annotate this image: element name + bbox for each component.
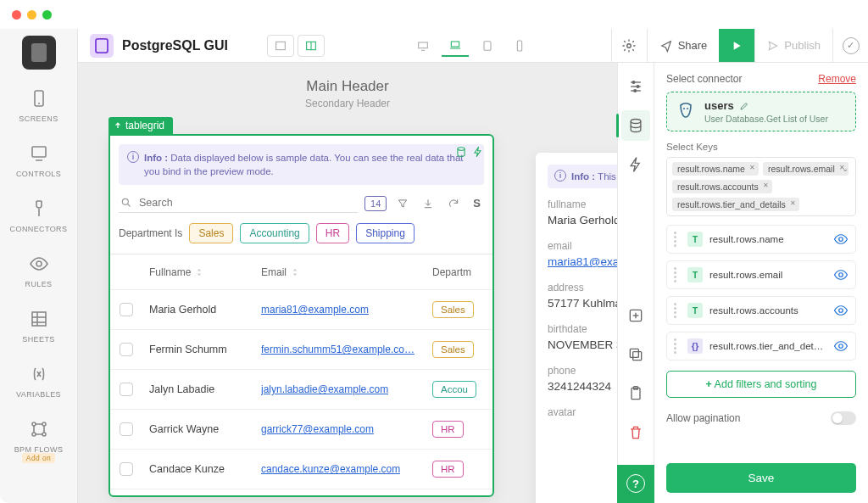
visibility-icon[interactable] [833, 303, 849, 318]
info-banner: i Info : This i [548, 165, 617, 188]
key-item[interactable]: Tresult.rows.email [666, 260, 856, 289]
close-dot[interactable] [12, 10, 21, 20]
nav-variables[interactable]: VARIABLES [0, 355, 77, 409]
svg-point-23 [458, 148, 465, 151]
tablegrid-component[interactable]: tablegrid i Info : Data displayed below … [108, 134, 494, 497]
rail-help-button[interactable]: ? [617, 465, 654, 503]
key-item[interactable]: {}result.rows.tier_and_detai… [666, 332, 856, 360]
component-tag-label: tablegrid [125, 120, 164, 131]
layout-split-icon[interactable] [298, 35, 325, 57]
device-phone-icon[interactable] [506, 35, 533, 57]
field-value[interactable]: maria81@exam [548, 255, 617, 268]
add-filters-button[interactable]: + Add filters and sorting [666, 371, 856, 398]
device-desktop-icon[interactable] [409, 35, 437, 57]
key-item[interactable]: Tresult.rows.accounts [666, 296, 856, 325]
topbar-actions: Share Publish ✓ [611, 29, 868, 62]
layout-single-icon[interactable] [267, 35, 294, 57]
cell-email[interactable]: garrick77@example.com [261, 423, 374, 435]
preview-play-button[interactable] [719, 29, 754, 62]
status-check-icon[interactable]: ✓ [832, 29, 868, 62]
drag-handle-icon[interactable] [674, 338, 681, 354]
drag-handle-icon[interactable] [674, 232, 681, 247]
nav-sheets[interactable]: SHEETS [0, 300, 77, 354]
visibility-icon[interactable] [833, 267, 849, 282]
nav-connectors[interactable]: CONNECTORS [0, 190, 77, 243]
chip-accounting[interactable]: Accounting [240, 223, 309, 243]
rail-add-icon[interactable] [621, 300, 650, 331]
rail-delete-icon[interactable] [621, 417, 650, 448]
svg-point-41 [687, 108, 688, 109]
drag-handle-icon[interactable] [674, 267, 681, 282]
bolt-icon[interactable] [472, 146, 484, 158]
rail-actions-icon[interactable] [621, 149, 650, 180]
row-checkbox[interactable] [120, 303, 133, 316]
download-icon[interactable] [419, 198, 437, 210]
drag-handle-icon[interactable] [674, 303, 681, 318]
settings-icon[interactable] [611, 29, 647, 62]
svg-rect-8 [517, 41, 521, 51]
table-row[interactable]: Fermin Schummfermin.schumm51@example.co…… [110, 330, 492, 370]
filter-icon[interactable] [393, 198, 412, 210]
search-input[interactable] [139, 197, 356, 209]
chip-sales[interactable]: Sales [189, 223, 233, 243]
row-checkbox[interactable] [120, 383, 133, 396]
brand-icon[interactable] [22, 36, 56, 70]
component-tag[interactable]: tablegrid [108, 117, 173, 134]
connector-card[interactable]: users User Database.Get List of User [666, 92, 856, 131]
chip-shipping[interactable]: Shipping [356, 223, 415, 243]
key-tag[interactable]: result.rows.name [672, 162, 759, 176]
key-tag[interactable]: result.rows.tier_and_details [672, 198, 799, 211]
data-table: Fullname Email Departm Maria Gerholdmari… [110, 254, 492, 489]
remove-connector-link[interactable]: Remove [818, 73, 856, 85]
app-logo-icon [90, 34, 114, 58]
table-row[interactable]: Candace Kunzecandace.kunze@example.comHR [110, 450, 492, 489]
nav-label: SCREENS [19, 115, 58, 123]
rail-database-icon[interactable] [621, 110, 650, 141]
database-icon[interactable] [455, 146, 467, 158]
cell-email[interactable]: jalyn.labadie@example.com [261, 383, 388, 395]
svg-rect-0 [96, 38, 108, 52]
layout-view-switch [267, 35, 325, 57]
visibility-icon[interactable] [833, 338, 849, 354]
table-row[interactable]: Maria Gerholdmaria81@example.comSales [110, 290, 492, 330]
refresh-icon[interactable] [444, 198, 463, 210]
save-button[interactable]: Save [666, 463, 856, 493]
row-checkbox[interactable] [120, 462, 133, 476]
nav-bpm-flows[interactable]: BPM FLOWS Add on [0, 411, 77, 464]
search-box[interactable] [119, 193, 358, 213]
info-icon: i [554, 170, 566, 182]
keys-multiselect[interactable]: result.rows.nameresult.rows.emailresult.… [666, 157, 856, 216]
row-checkbox[interactable] [120, 343, 133, 356]
edit-icon[interactable] [739, 101, 749, 111]
field-label: phone [548, 365, 617, 377]
table-row[interactable]: Garrick Waynegarrick77@example.comHR [110, 410, 492, 450]
nav-screens[interactable]: SCREENS [0, 80, 77, 133]
minimize-dot[interactable] [27, 10, 36, 20]
table-row[interactable]: Jalyn Labadiejalyn.labadie@example.comAc… [110, 370, 492, 410]
chip-hr[interactable]: HR [316, 223, 349, 243]
rail-copy-icon[interactable] [621, 339, 650, 370]
row-checkbox[interactable] [120, 422, 133, 436]
device-tablet-icon[interactable] [474, 35, 501, 57]
col-fullname[interactable]: Fullname [142, 266, 254, 278]
key-tag[interactable]: result.rows.accounts [672, 180, 772, 193]
visibility-icon[interactable] [833, 232, 849, 247]
key-item[interactable]: Tresult.rows.name [666, 225, 856, 254]
rail-paste-icon[interactable] [621, 378, 650, 409]
pagination-toggle[interactable] [831, 411, 856, 425]
publish-button[interactable]: Publish [754, 29, 832, 62]
col-email[interactable]: Email [254, 266, 426, 278]
cell-email[interactable]: fermin.schumm51@example.co… [261, 344, 415, 355]
device-laptop-icon[interactable] [442, 35, 469, 57]
cell-email[interactable]: candace.kunze@example.com [261, 463, 400, 475]
nav-controls[interactable]: CONTROLS [0, 135, 77, 188]
settings-shortcut[interactable]: S [470, 197, 484, 210]
col-department[interactable]: Departm [426, 266, 485, 278]
rail-sliders-icon[interactable] [621, 71, 650, 102]
cell-email[interactable]: maria81@example.com [261, 304, 369, 316]
nav-label: CONNECTORS [10, 225, 68, 233]
share-button[interactable]: Share [647, 29, 720, 62]
nav-rules[interactable]: RULES [0, 245, 77, 299]
maximize-dot[interactable] [42, 10, 52, 20]
key-tag[interactable]: result.rows.email [763, 162, 849, 176]
